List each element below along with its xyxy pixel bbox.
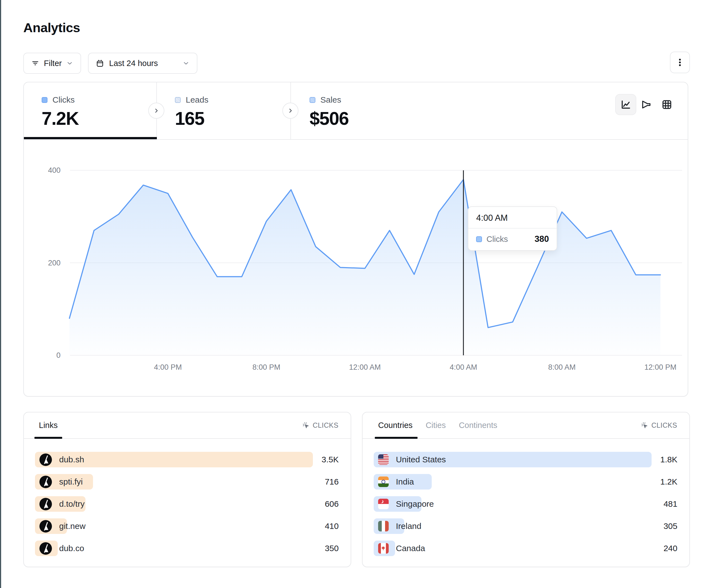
tooltip-series-swatch <box>476 236 482 242</box>
row-value: 1.8K <box>660 455 677 464</box>
chevron-right-icon <box>287 107 294 114</box>
links-tab-underline <box>35 437 62 439</box>
filter-button[interactable]: Filter <box>23 53 81 74</box>
leads-series-swatch <box>175 97 181 103</box>
links-sort-clicks[interactable]: CLICKS <box>302 421 339 429</box>
tab-links[interactable]: Links <box>39 421 58 430</box>
dub-logo-icon <box>39 520 52 533</box>
tab-clicks[interactable]: Clicks 7.2K <box>24 82 156 139</box>
table-row[interactable]: Canada240 <box>374 541 677 556</box>
united-states-flag-icon <box>378 454 389 465</box>
chevron-right-icon <box>153 107 159 114</box>
chart-tooltip: 4:00 AM Clicks 380 <box>468 206 557 251</box>
tooltip-value: 380 <box>534 234 549 244</box>
sales-tab-label: Sales <box>320 95 341 105</box>
analytics-page: Analytics Filter Last 24 hours <box>0 0 711 588</box>
row-value: 481 <box>664 499 677 509</box>
filter-icon <box>31 59 39 67</box>
leads-tab-value: 165 <box>175 108 290 129</box>
row-value: 240 <box>664 544 677 553</box>
leads-tab-label: Leads <box>186 95 209 105</box>
tab-leads[interactable]: Leads 165 <box>157 82 290 139</box>
row-label: Ireland <box>396 521 422 531</box>
table-row[interactable]: India1.2K <box>374 474 677 490</box>
countries-panel: Countries Cities Continents CLICKS Unite… <box>362 412 690 567</box>
more-menu-button[interactable] <box>670 51 690 73</box>
dub-logo-icon <box>39 498 52 510</box>
countries-metric-label: CLICKS <box>651 421 677 429</box>
table-row[interactable]: spti.fyi716 <box>35 474 339 490</box>
tab-cities[interactable]: Cities <box>426 421 446 430</box>
table-row[interactable]: git.new410 <box>35 518 339 534</box>
x-axis-tick: 12:00 AM <box>349 363 381 372</box>
table-view-button[interactable] <box>656 94 677 115</box>
clicks-series-swatch <box>42 97 47 103</box>
y-axis-tick: 200 <box>38 258 61 267</box>
row-value: 606 <box>325 499 339 509</box>
cursor-click-icon <box>302 422 310 429</box>
y-axis-tick: 0 <box>38 351 61 360</box>
sales-tab-value: $506 <box>309 108 435 129</box>
canada-flag-icon <box>378 543 389 553</box>
chevron-down-icon <box>182 60 190 67</box>
table-row[interactable]: United States1.8K <box>374 452 677 467</box>
row-value: 410 <box>325 521 339 531</box>
cursor-click-icon <box>641 422 649 429</box>
funnel-view-button[interactable] <box>636 94 657 115</box>
x-axis-tick: 8:00 AM <box>548 363 576 372</box>
clicks-timeseries-chart[interactable]: 0200400 4:00 PM8:00 PM12:00 AM4:00 AM8:0… <box>24 140 689 397</box>
row-label: d.to/try <box>59 499 85 509</box>
links-list: dub.sh3.5Kspti.fyi716d.to/try606git.new4… <box>35 452 339 556</box>
sales-series-swatch <box>309 97 316 103</box>
line-chart-icon <box>620 98 632 111</box>
row-label: spti.fyi <box>59 477 83 487</box>
countries-tab-underline <box>375 437 417 439</box>
table-row[interactable]: Ireland305 <box>374 518 677 534</box>
expand-clicks-button[interactable] <box>148 103 164 119</box>
tab-countries[interactable]: Countries <box>378 421 413 430</box>
india-flag-icon <box>378 476 389 487</box>
funnel-icon <box>641 99 652 110</box>
table-row[interactable]: Singapore481 <box>374 496 677 512</box>
chevron-down-icon <box>66 60 73 67</box>
dub-logo-icon <box>39 542 52 555</box>
ireland-flag-icon <box>378 521 389 532</box>
row-label: United States <box>396 455 446 464</box>
tab-sales[interactable]: Sales $506 <box>291 82 435 139</box>
countries-panel-header: Countries Cities Continents CLICKS <box>363 412 689 439</box>
kebab-icon <box>676 58 684 67</box>
clicks-tab-label: Clicks <box>52 95 75 105</box>
left-accent-strip <box>0 0 1 588</box>
date-range-label: Last 24 hours <box>109 59 158 68</box>
row-label: git.new <box>59 521 86 531</box>
countries-sort-clicks[interactable]: CLICKS <box>641 421 677 429</box>
table-row[interactable]: dub.sh3.5K <box>35 452 339 467</box>
calendar-icon <box>96 59 104 67</box>
chart-canvas <box>24 140 689 397</box>
filter-button-label: Filter <box>44 59 62 68</box>
row-label: dub.sh <box>59 455 84 464</box>
table-row[interactable]: d.to/try606 <box>35 496 339 512</box>
x-axis-tick: 4:00 AM <box>450 363 477 372</box>
date-range-button[interactable]: Last 24 hours <box>88 53 197 74</box>
tab-continents[interactable]: Continents <box>459 421 497 430</box>
tooltip-time: 4:00 AM <box>468 207 557 229</box>
tooltip-series-name: Clicks <box>487 235 508 244</box>
line-chart-view-button[interactable] <box>615 94 636 115</box>
clicks-tab-value: 7.2K <box>42 108 156 129</box>
row-label: Canada <box>396 544 425 553</box>
page-title: Analytics <box>23 20 80 35</box>
row-value: 1.2K <box>660 477 677 487</box>
x-axis-tick: 4:00 PM <box>154 363 182 372</box>
metric-tabs-row: Clicks 7.2K Leads 165 Sales $506 <box>24 82 688 140</box>
row-label: Singapore <box>396 499 434 509</box>
y-axis-tick: 400 <box>38 166 61 175</box>
row-value: 305 <box>664 521 677 531</box>
active-tab-underline <box>24 137 157 139</box>
table-row[interactable]: dub.co350 <box>35 541 339 556</box>
row-value: 716 <box>325 477 339 487</box>
expand-leads-button[interactable] <box>282 103 298 119</box>
links-panel-header: Links CLICKS <box>24 412 351 439</box>
x-axis-tick: 8:00 PM <box>252 363 280 372</box>
analytics-card: Clicks 7.2K Leads 165 Sales $506 <box>23 82 688 397</box>
